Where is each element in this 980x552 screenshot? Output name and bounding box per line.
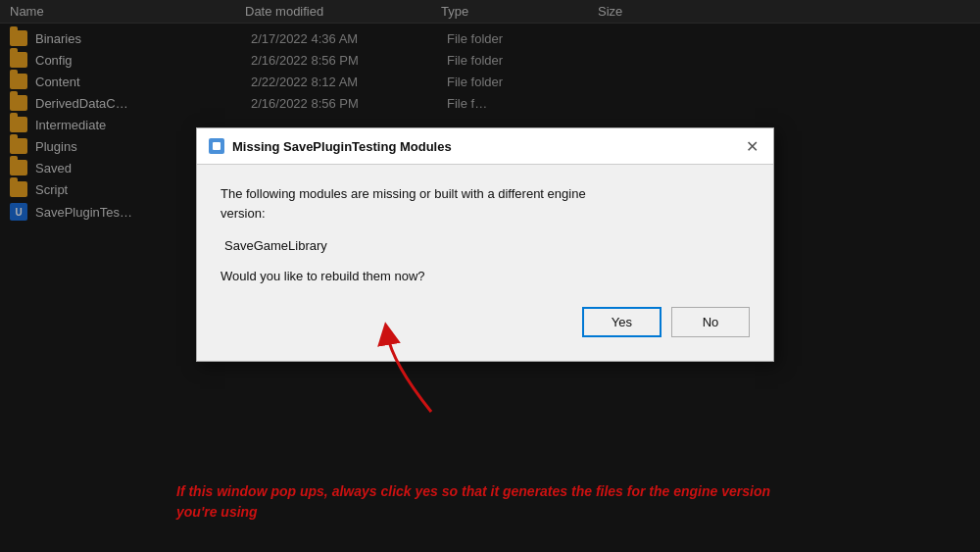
dialog-app-icon [209, 138, 224, 154]
rebuild-question: Would you like to rebuild them now? [220, 269, 750, 283]
dialog-title: Missing SavePluginTesting Modules [232, 139, 452, 154]
arrow-annotation [333, 304, 490, 422]
no-button[interactable]: No [671, 307, 750, 337]
yes-button[interactable]: Yes [582, 307, 662, 337]
module-name: SaveGameLibrary [220, 238, 750, 253]
dialog-close-button[interactable]: ✕ [742, 136, 761, 156]
dialog-icon-inner [213, 142, 220, 150]
annotation-text: If this window pop ups, always click yes… [176, 481, 804, 523]
dialog-title-left: Missing SavePluginTesting Modules [209, 138, 452, 154]
dialog-titlebar: Missing SavePluginTesting Modules ✕ [197, 128, 773, 165]
dialog-message: The following modules are missing or bui… [220, 184, 750, 223]
